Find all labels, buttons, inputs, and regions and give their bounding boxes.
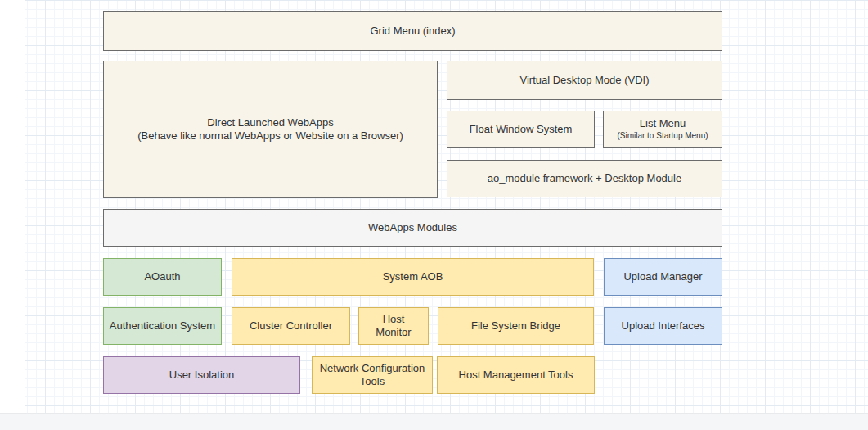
node-label: Upload Interfaces xyxy=(622,319,705,333)
node-label: Network Configuration Tools xyxy=(317,362,427,389)
node-label: System AOB xyxy=(383,270,443,283)
aoauth-node: AOauth xyxy=(103,258,222,296)
float-window-node: Float Window System xyxy=(447,111,595,148)
canvas-bottom-edge xyxy=(0,413,868,430)
virtual-desktop-node: Virtual Desktop Mode (VDI) xyxy=(447,61,722,100)
node-sublabel: (Behave like normal WebApps or Website o… xyxy=(137,129,403,143)
webapps-modules-node: WebApps Modules xyxy=(103,209,722,247)
node-label: Host Monitor xyxy=(364,313,423,340)
node-label: Grid Menu (index) xyxy=(370,25,455,38)
node-label: Cluster Controller xyxy=(250,319,332,333)
grid-menu-node: Grid Menu (index) xyxy=(103,11,722,51)
node-label: File System Bridge xyxy=(471,319,560,333)
direct-webapps-node: Direct Launched WebApps(Behave like norm… xyxy=(103,61,438,198)
node-label: Authentication System xyxy=(110,319,215,333)
canvas-left-margin xyxy=(0,0,25,414)
upload-interfaces-node: Upload Interfaces xyxy=(604,307,722,345)
node-label: Host Management Tools xyxy=(459,369,573,382)
user-isolation-node: User Isolation xyxy=(103,356,300,394)
diagram-canvas: Grid Menu (index)Direct Launched WebApps… xyxy=(0,0,868,430)
node-label: AOauth xyxy=(144,270,180,283)
node-label: Float Window System xyxy=(470,123,573,136)
node-label: ao_module framework + Desktop Module xyxy=(488,172,681,185)
host-management-tools-node: Host Management Tools xyxy=(437,356,595,394)
node-label: User Isolation xyxy=(169,369,234,382)
node-label: Virtual Desktop Mode (VDI) xyxy=(520,74,650,87)
node-label: Direct Launched WebApps xyxy=(207,116,333,129)
node-label: Upload Manager xyxy=(623,270,702,283)
node-label: List Menu xyxy=(640,117,686,130)
file-system-bridge-node: File System Bridge xyxy=(438,307,594,345)
cluster-controller-node: Cluster Controller xyxy=(232,307,350,345)
system-aob-node: System AOB xyxy=(232,258,594,296)
ao-module-node: ao_module framework + Desktop Module xyxy=(447,160,722,197)
host-monitor-node: Host Monitor xyxy=(358,307,429,345)
node-sublabel: (Similar to Startup Menu) xyxy=(617,131,708,142)
list-menu-node: List Menu(Similar to Startup Menu) xyxy=(603,111,722,148)
authentication-system-node: Authentication System xyxy=(103,307,222,345)
network-config-tools-node: Network Configuration Tools xyxy=(312,356,433,394)
upload-manager-node: Upload Manager xyxy=(604,258,722,296)
node-label: WebApps Modules xyxy=(368,221,457,234)
